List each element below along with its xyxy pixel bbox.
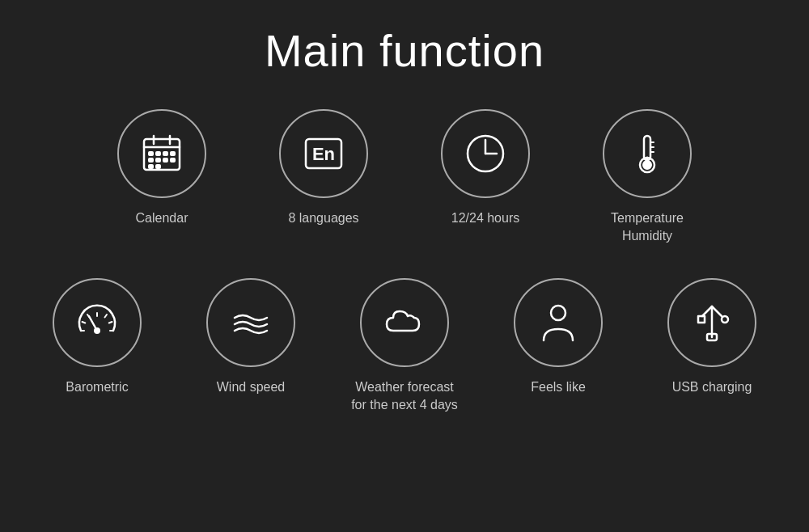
svg-rect-5 (156, 152, 160, 155)
speedometer-icon (73, 298, 121, 347)
wind-icon-circle (206, 278, 295, 367)
page-title: Main function (265, 24, 544, 77)
svg-point-25 (643, 161, 651, 169)
svg-rect-39 (698, 316, 705, 323)
svg-point-40 (722, 316, 728, 323)
feature-barometric: Barometric (32, 278, 162, 415)
features-bottom-row: Barometric Wind speed Weather forecastfo… (32, 278, 777, 415)
svg-rect-7 (171, 152, 175, 155)
feature-weather: Weather forecastfor the next 4 days (340, 278, 469, 415)
thermometer-icon-circle (603, 109, 692, 198)
svg-line-37 (702, 306, 712, 316)
clock-label: 12/24 hours (451, 209, 520, 227)
calendar-icon (138, 129, 186, 178)
usb-icon-circle (667, 278, 756, 367)
clock-icon (461, 129, 510, 178)
languages-label: 8 languages (288, 209, 358, 227)
features-top-row: Calendar En 8 languages 12/24 hours (97, 109, 712, 246)
svg-line-30 (105, 315, 108, 318)
calendar-label: Calendar (136, 209, 188, 227)
feature-languages: En 8 languages (259, 109, 388, 246)
svg-line-31 (109, 322, 112, 323)
svg-text:En: En (312, 144, 335, 164)
usb-label: USB charging (672, 378, 752, 396)
calendar-icon-circle (117, 109, 206, 198)
barometric-label: Barometric (66, 378, 128, 396)
weather-label: Weather forecastfor the next 4 days (351, 378, 458, 415)
feels-label: Feels like (531, 378, 586, 396)
svg-rect-12 (149, 165, 153, 168)
cloud-icon (380, 298, 429, 347)
feature-feels: Feels like (493, 278, 623, 415)
cloud-icon-circle (360, 278, 449, 367)
feature-clock: 12/24 hours (421, 109, 550, 246)
svg-point-35 (551, 306, 565, 320)
thermometer-icon (623, 129, 671, 178)
svg-rect-11 (171, 158, 175, 162)
svg-rect-13 (156, 165, 160, 168)
clock-icon-circle (441, 109, 530, 198)
temperature-label: TemperatureHumidity (611, 209, 684, 246)
languages-icon-circle: En (279, 109, 368, 198)
barometric-icon-circle (53, 278, 142, 367)
svg-rect-4 (149, 152, 153, 155)
svg-rect-9 (156, 158, 160, 162)
usb-icon (688, 298, 736, 347)
wind-icon (227, 298, 275, 347)
person-icon-circle (514, 278, 603, 367)
svg-rect-10 (163, 158, 167, 162)
person-icon (534, 298, 582, 347)
svg-rect-6 (163, 152, 167, 155)
feature-calendar: Calendar (97, 109, 227, 246)
wind-label: Wind speed (217, 378, 286, 396)
svg-line-38 (712, 306, 722, 316)
feature-wind: Wind speed (186, 278, 316, 415)
svg-point-34 (95, 328, 100, 333)
svg-line-27 (83, 322, 86, 323)
feature-temperature: TemperatureHumidity (582, 109, 712, 246)
languages-icon: En (299, 129, 348, 178)
feature-usb: USB charging (647, 278, 777, 415)
svg-rect-8 (149, 158, 153, 162)
